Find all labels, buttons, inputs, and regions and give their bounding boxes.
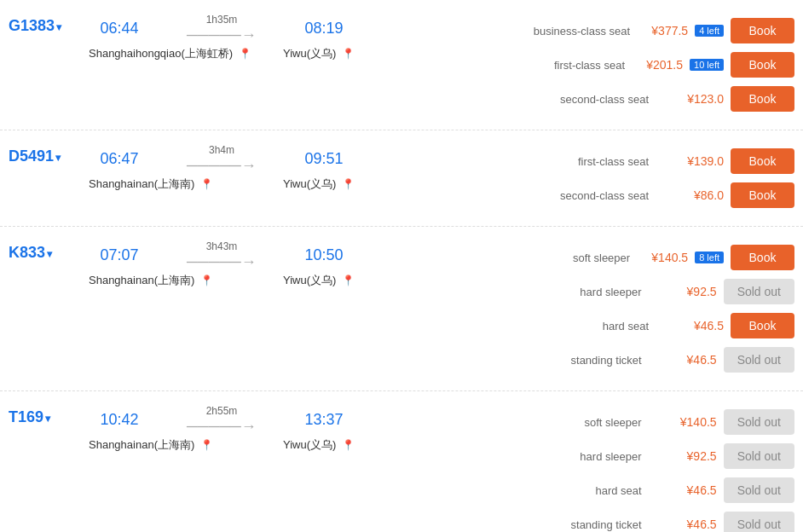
price-row: ¥86.0 <box>673 188 724 202</box>
seat-row: standing ticket¥46.5Sold out <box>358 507 794 532</box>
to-station: Yiwu(义乌) 📍 <box>283 273 355 288</box>
duration-label: 1h35m <box>206 14 238 26</box>
train-id-link[interactable]: K833▾ <box>9 244 52 261</box>
seat-price: ¥86.0 <box>673 188 724 202</box>
seat-info-block: ¥46.5 <box>649 353 717 367</box>
train-row: K833▾07:07 3h43m ─────→ 10:50Shanghainan… <box>0 227 803 391</box>
duration-section: 3h43m ─────→ <box>153 240 290 269</box>
stations-row: Shanghainan(上海南) 📍Yiwu(义乌) 📍 <box>85 273 358 288</box>
from-station: Shanghainan(上海南) 📍 <box>89 437 213 453</box>
chevron-down-icon: ▾ <box>55 152 61 164</box>
price-row: ¥123.0 <box>673 92 724 106</box>
seat-row: soft sleeper¥140.58 leftBook <box>358 240 794 275</box>
duration-section: 1h35m ─────→ <box>153 14 290 43</box>
seat-info-block: ¥201.510 left <box>632 58 724 72</box>
seat-price: ¥46.5 <box>666 353 717 367</box>
seats-left-badge: 8 left <box>695 252 724 263</box>
duration-label: 3h43m <box>206 240 238 252</box>
times-col: 10:42 2h55m ─────→ 13:37Shanghainan(上海南)… <box>85 405 358 453</box>
arrow-icon: ─────→ <box>187 254 257 269</box>
depart-time: 07:07 <box>85 246 153 264</box>
seat-type-label: hard sleeper <box>531 286 642 298</box>
arrive-time: 09:51 <box>290 150 358 168</box>
train-id-link[interactable]: T169▾ <box>9 408 50 425</box>
seat-price: ¥123.0 <box>673 92 724 106</box>
sold-out-button: Sold out <box>724 279 794 304</box>
seat-row: business-class seat¥377.54 leftBook <box>358 14 794 48</box>
stations-row: Shanghainan(上海南) 📍Yiwu(义乌) 📍 <box>85 176 358 192</box>
seat-info-block: ¥140.58 left <box>637 251 724 264</box>
book-button[interactable]: Book <box>731 52 794 78</box>
sold-out-button: Sold out <box>724 477 794 503</box>
sold-out-button: Sold out <box>724 443 794 469</box>
seat-price: ¥92.5 <box>666 449 717 463</box>
sold-out-button: Sold out <box>724 409 794 435</box>
seat-price: ¥377.5 <box>637 24 688 38</box>
pin-icon: 📍 <box>342 275 355 286</box>
arrive-time: 08:19 <box>290 20 358 38</box>
seats-left-badge: 4 left <box>695 25 724 37</box>
seat-type-label: first-class seat <box>514 59 625 72</box>
seat-price: ¥46.5 <box>673 319 724 332</box>
seat-type-label: hard seat <box>531 484 642 497</box>
seat-info-block: ¥92.5 <box>649 449 717 463</box>
times-col: 06:47 3h4m ─────→ 09:51Shanghainan(上海南) … <box>85 144 358 192</box>
price-row: ¥92.5 <box>666 285 717 298</box>
seat-price: ¥140.5 <box>666 415 717 429</box>
pin-icon: 📍 <box>239 48 251 60</box>
depart-time: 10:42 <box>85 411 153 429</box>
seat-price: ¥140.5 <box>637 251 688 264</box>
seat-info-block: ¥377.54 left <box>637 24 724 38</box>
train-id-link[interactable]: G1383▾ <box>9 17 61 34</box>
pin-icon: 📍 <box>342 178 355 190</box>
times-col: 06:44 1h35m ─────→ 08:19Shanghaihongqiao… <box>85 14 358 61</box>
book-button[interactable]: Book <box>731 313 794 338</box>
train-id-col: K833▾ <box>9 240 85 262</box>
seat-info-block: ¥46.5 <box>649 518 717 531</box>
seat-type-label: soft sleeper <box>519 252 630 264</box>
seat-type-label: second-class seat <box>538 189 649 202</box>
arrow-icon: ─────→ <box>187 27 257 43</box>
seat-type-label: soft sleeper <box>531 416 642 429</box>
depart-time: 06:44 <box>85 20 153 38</box>
arrive-time: 13:37 <box>290 411 358 429</box>
train-list: G1383▾06:44 1h35m ─────→ 08:19Shanghaiho… <box>0 0 803 532</box>
duration-section: 2h55m ─────→ <box>153 405 290 434</box>
seat-row: hard sleeper¥92.5Sold out <box>358 275 794 309</box>
book-button[interactable]: Book <box>731 182 794 208</box>
price-row: ¥201.510 left <box>632 58 724 72</box>
duration-section: 3h4m ─────→ <box>153 144 290 173</box>
book-button[interactable]: Book <box>731 86 794 112</box>
price-row: ¥377.54 left <box>637 24 724 38</box>
book-button[interactable]: Book <box>731 18 794 43</box>
seat-row: first-class seat¥139.0Book <box>358 144 794 178</box>
price-row: ¥92.5 <box>666 449 717 463</box>
pin-icon: 📍 <box>200 275 213 286</box>
seat-row: first-class seat¥201.510 leftBook <box>358 48 794 82</box>
chevron-down-icon: ▾ <box>56 21 61 33</box>
stations-row: Shanghainan(上海南) 📍Yiwu(义乌) 📍 <box>85 437 358 453</box>
train-id-col: G1383▾ <box>9 14 85 35</box>
price-row: ¥46.5 <box>666 353 717 367</box>
train-id-col: D5491▾ <box>9 144 85 165</box>
seat-row: hard sleeper¥92.5Sold out <box>358 439 794 473</box>
stations-row: Shanghaihongqiao(上海虹桥) 📍Yiwu(义乌) 📍 <box>85 46 358 61</box>
seat-price: ¥46.5 <box>666 483 717 497</box>
pin-icon: 📍 <box>200 178 213 190</box>
book-button[interactable]: Book <box>731 148 794 174</box>
seat-price: ¥139.0 <box>673 154 724 168</box>
price-row: ¥139.0 <box>673 154 724 168</box>
chevron-down-icon: ▾ <box>45 413 50 425</box>
book-button[interactable]: Book <box>731 245 794 270</box>
seat-info-block: ¥46.5 <box>649 483 717 497</box>
seats-col: first-class seat¥139.0Booksecond-class s… <box>358 144 794 212</box>
train-id-link[interactable]: D5491▾ <box>9 147 61 165</box>
seats-left-badge: 10 left <box>690 59 724 71</box>
seat-type-label: hard seat <box>538 320 649 332</box>
seat-type-label: standing ticket <box>531 354 642 367</box>
times-col: 07:07 3h43m ─────→ 10:50Shanghainan(上海南)… <box>85 240 358 288</box>
to-station: Yiwu(义乌) 📍 <box>283 176 355 192</box>
seat-row: standing ticket¥46.5Sold out <box>358 343 794 377</box>
sold-out-button: Sold out <box>724 347 794 373</box>
price-row: ¥140.5 <box>666 415 717 429</box>
